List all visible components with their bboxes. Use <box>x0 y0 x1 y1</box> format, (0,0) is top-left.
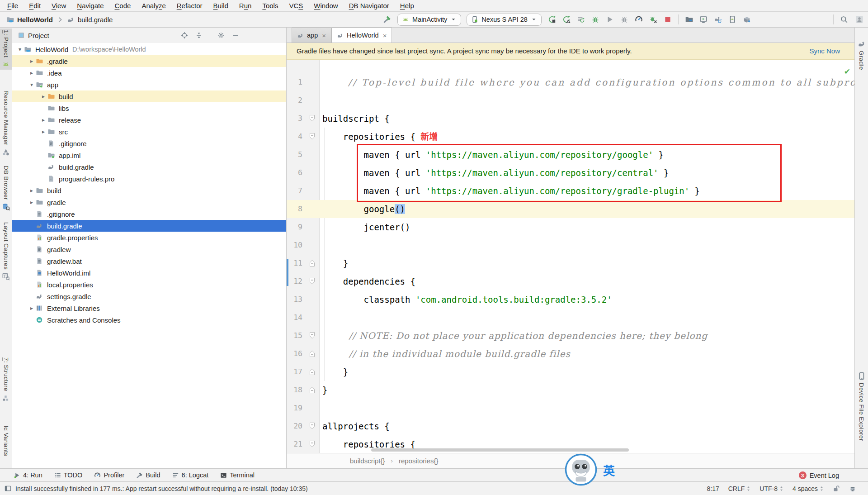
menu-build[interactable]: Build <box>208 0 233 12</box>
fold-marker-icon[interactable] <box>309 440 315 448</box>
tree-item-build-gradle[interactable]: build.gradle <box>12 220 286 232</box>
tree-item-settings-gradle[interactable]: settings.gradle <box>12 290 286 302</box>
code-line-19[interactable]: 19 <box>287 399 854 417</box>
code-line-20[interactable]: 20allprojects { <box>287 417 854 435</box>
ime-indicator[interactable]: 英 <box>564 452 641 488</box>
profiler-button[interactable] <box>634 14 644 24</box>
expand-arrow[interactable]: ▸ <box>28 199 36 205</box>
run-coverage-button[interactable] <box>605 14 615 24</box>
tree-item-scratches-and-consoles[interactable]: Scratches and Consoles <box>12 314 286 326</box>
tree-item--gitignore[interactable]: .gitignore <box>12 138 286 149</box>
menu-view[interactable]: View <box>46 0 71 12</box>
editor-tab-app[interactable]: app× <box>292 28 331 43</box>
code-line-18[interactable]: 18} <box>287 381 854 399</box>
tree-item-gradlew[interactable]: gradlew <box>12 243 286 255</box>
expand-arrow[interactable]: ▸ <box>28 58 36 64</box>
tree-item-src[interactable]: ▸src <box>12 126 286 138</box>
tool-tab-device-file-explorer[interactable]: Device File Explorer <box>855 371 868 443</box>
tool-tab-layout-captures[interactable]: Layout Captures <box>0 221 12 282</box>
code-line-16[interactable]: 16 // in the individual module build.gra… <box>287 345 854 363</box>
menu-code[interactable]: Code <box>109 0 137 12</box>
make-project-button[interactable] <box>382 14 392 24</box>
run-config-select[interactable]: MainActivity <box>397 14 461 26</box>
fold-marker-icon[interactable] <box>309 133 315 140</box>
close-tab-icon[interactable]: × <box>322 32 326 39</box>
tool-window-logcat[interactable]: 6: Logcat <box>172 471 209 479</box>
menu-vcs[interactable]: VCS <box>283 0 308 12</box>
menu-edit[interactable]: Edit <box>24 0 46 12</box>
tree-item-build-gradle[interactable]: build.gradle <box>12 161 286 173</box>
expand-arrow[interactable]: ▸ <box>28 187 36 194</box>
tree-item--gitignore[interactable]: .gitignore <box>12 208 286 220</box>
fold-marker-icon[interactable] <box>309 368 315 376</box>
tree-item-app[interactable]: ▾app <box>12 79 286 90</box>
tree-item-external-libraries[interactable]: ▸External Libraries <box>12 302 286 314</box>
tool-window-build[interactable]: Build <box>136 471 160 479</box>
rerun-button[interactable] <box>547 14 557 24</box>
tool-window-terminal[interactable]: Terminal <box>220 471 255 479</box>
breadcrumb-file[interactable]: build.gradle <box>78 16 113 24</box>
code-line-9[interactable]: 9 jcenter() <box>287 218 854 236</box>
project-structure-button[interactable] <box>684 14 694 24</box>
expand-arrow[interactable]: ▸ <box>28 305 36 311</box>
event-log-button[interactable]: 3 Event Log <box>799 469 839 482</box>
fold-marker-icon[interactable] <box>309 277 315 285</box>
menu-tools[interactable]: Tools <box>257 0 283 12</box>
device-select[interactable]: Nexus S API 28 <box>467 14 542 26</box>
gradle-sync-button[interactable] <box>713 14 723 24</box>
tool-tab-build-variants[interactable]: ld Variants <box>0 424 12 457</box>
fold-marker-icon[interactable] <box>309 422 315 430</box>
tree-item-helloworld-iml[interactable]: HelloWorld.iml <box>12 267 286 279</box>
tool-tab-resource-manager[interactable]: Resource Manager <box>0 89 12 157</box>
fold-marker-icon[interactable] <box>309 386 315 394</box>
breadcrumb-buildscript[interactable]: buildscript{} <box>350 457 385 465</box>
tree-item-gradle-properties[interactable]: gradle.properties <box>12 232 286 243</box>
menu-analyze[interactable]: Analyze <box>136 0 171 12</box>
menu-navigate[interactable]: Navigate <box>71 0 109 12</box>
locate-file-button[interactable] <box>181 32 188 39</box>
tree-item--idea[interactable]: ▸.idea <box>12 67 286 79</box>
tool-window-run[interactable]: 4: Run <box>14 471 42 479</box>
tree-item-build[interactable]: ▸build <box>12 185 286 196</box>
stop-button[interactable] <box>663 14 673 24</box>
fold-marker-icon[interactable] <box>309 114 315 122</box>
menu-db-navigator[interactable]: DB Navigator <box>344 0 395 12</box>
code-line-10[interactable]: 10 <box>287 236 854 254</box>
indent-select[interactable]: 4 spaces <box>793 485 824 492</box>
collapse-all-button[interactable] <box>195 32 203 39</box>
expand-arrow[interactable]: ▸ <box>39 129 47 135</box>
tree-item-proguard-rules-pro[interactable]: proguard-rules.pro <box>12 173 286 185</box>
close-tab-icon[interactable]: × <box>383 32 387 39</box>
tree-item-build[interactable]: ▸build <box>12 90 286 102</box>
tree-item-release[interactable]: ▸release <box>12 114 286 126</box>
expand-arrow[interactable]: ▸ <box>39 93 47 100</box>
inspection-highlighting-icon[interactable] <box>849 485 856 492</box>
profile-avatar-button[interactable] <box>854 14 864 24</box>
code-line-15[interactable]: 15 // NOTE: Do not place your applicatio… <box>287 327 854 345</box>
tool-tab-gradle[interactable]: Gradle <box>855 38 868 71</box>
read-lock-icon[interactable] <box>833 485 840 492</box>
breadcrumb-project[interactable]: HelloWorld <box>17 16 53 24</box>
code-line-12[interactable]: 12 dependencies { <box>287 272 854 290</box>
code-line-2[interactable]: 2 <box>287 91 854 109</box>
expand-arrow[interactable]: ▾ <box>16 46 24 52</box>
expand-arrow[interactable]: ▾ <box>28 81 36 88</box>
code-line-14[interactable]: 14 <box>287 309 854 327</box>
tree-item-app-iml[interactable]: app.iml <box>12 149 286 161</box>
code-line-8[interactable]: 8 google() <box>287 200 854 218</box>
tree-item-gradle[interactable]: ▸gradle <box>12 196 286 208</box>
tool-tab-project[interactable]: 1: Project <box>0 29 12 70</box>
tool-tab-db-browser[interactable]: DB Browser <box>0 164 12 212</box>
code-line-4[interactable]: 4 repositories { 新增 <box>287 128 854 146</box>
code-line-11[interactable]: 11 } <box>287 254 854 272</box>
avd-manager-button[interactable] <box>698 14 708 24</box>
menu-help[interactable]: Help <box>395 0 420 12</box>
stop-debug-button[interactable] <box>648 14 658 24</box>
fold-marker-icon[interactable] <box>309 259 315 267</box>
code-line-13[interactable]: 13 classpath 'com.android.tools.build:gr… <box>287 290 854 309</box>
search-everywhere-button[interactable] <box>839 14 849 24</box>
tool-tab-structure[interactable]: 7: Structure <box>0 356 12 404</box>
debug-button[interactable] <box>590 14 600 24</box>
tool-window-todo[interactable]: TODO <box>54 471 83 479</box>
code-line-1[interactable]: 1 // Top-level build file where you can … <box>287 73 854 91</box>
